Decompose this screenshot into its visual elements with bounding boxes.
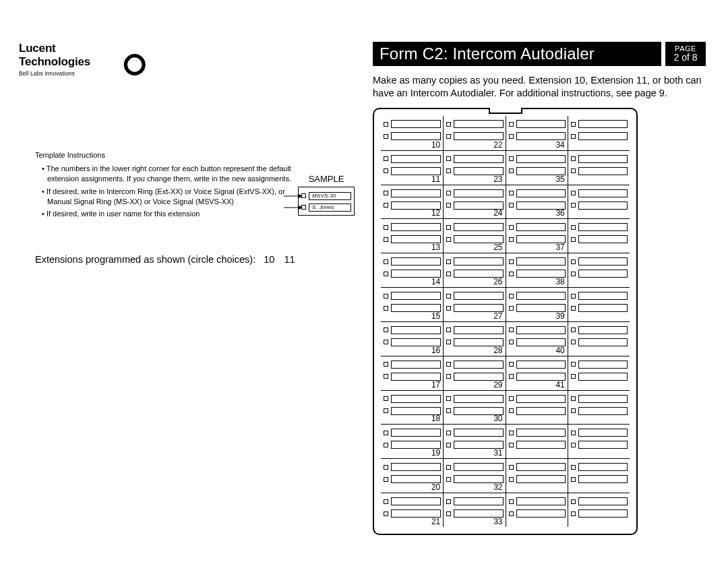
grid-cell[interactable] xyxy=(568,458,630,493)
grid-cell[interactable]: 36 xyxy=(506,185,568,219)
entry-field[interactable] xyxy=(578,132,628,140)
grid-cell[interactable]: 20 xyxy=(381,458,443,493)
entry-field[interactable] xyxy=(578,304,628,312)
entry-field[interactable] xyxy=(454,223,503,231)
grid-cell[interactable] xyxy=(506,424,568,458)
entry-field[interactable] xyxy=(578,292,628,300)
entry-field[interactable] xyxy=(578,223,628,231)
entry-field[interactable] xyxy=(578,167,628,175)
grid-cell[interactable] xyxy=(506,458,568,493)
grid-cell[interactable] xyxy=(568,253,630,287)
entry-field[interactable] xyxy=(516,463,566,471)
entry-field[interactable] xyxy=(391,257,441,266)
grid-cell[interactable]: 15 xyxy=(381,287,443,321)
entry-field[interactable] xyxy=(578,120,628,128)
grid-cell[interactable] xyxy=(568,390,630,425)
grid-cell[interactable]: 28 xyxy=(443,321,505,356)
grid-cell[interactable]: 16 xyxy=(381,321,443,356)
grid-cell[interactable] xyxy=(568,493,630,527)
entry-field[interactable] xyxy=(578,441,628,449)
grid-cell[interactable] xyxy=(506,390,568,425)
entry-field[interactable] xyxy=(516,475,566,483)
entry-field[interactable] xyxy=(516,120,566,128)
entry-field[interactable] xyxy=(578,395,628,403)
grid-cell[interactable] xyxy=(568,185,630,219)
grid-cell[interactable]: 32 xyxy=(443,458,505,493)
grid-cell[interactable] xyxy=(568,116,630,150)
entry-field[interactable] xyxy=(391,223,441,231)
entry-field[interactable] xyxy=(578,463,628,471)
entry-field[interactable] xyxy=(578,429,628,437)
entry-field[interactable] xyxy=(391,132,441,140)
entry-field[interactable] xyxy=(578,235,628,243)
entry-field[interactable] xyxy=(516,223,566,231)
ext-choice[interactable]: 11 xyxy=(284,254,295,265)
entry-field[interactable] xyxy=(516,407,566,415)
grid-cell[interactable]: 38 xyxy=(506,253,568,287)
grid-cell[interactable]: 19 xyxy=(381,424,443,458)
grid-cell[interactable]: 33 xyxy=(443,493,505,527)
entry-field[interactable] xyxy=(454,120,503,128)
entry-field[interactable] xyxy=(516,326,566,334)
entry-field[interactable] xyxy=(391,395,441,403)
entry-field[interactable] xyxy=(578,326,628,334)
entry-field[interactable] xyxy=(578,407,628,415)
entry-field[interactable] xyxy=(578,257,628,266)
entry-field[interactable] xyxy=(516,395,566,403)
grid-cell[interactable]: 23 xyxy=(443,150,505,185)
entry-field[interactable] xyxy=(516,497,566,505)
entry-field[interactable] xyxy=(578,189,628,197)
entry-field[interactable] xyxy=(454,132,503,140)
entry-field[interactable] xyxy=(578,497,628,505)
grid-cell[interactable]: 22 xyxy=(443,116,505,150)
grid-cell[interactable] xyxy=(568,321,630,356)
entry-field[interactable] xyxy=(454,326,503,334)
grid-cell[interactable]: 41 xyxy=(506,356,568,390)
grid-cell[interactable] xyxy=(506,493,568,527)
entry-field[interactable] xyxy=(454,497,503,505)
entry-field[interactable] xyxy=(516,257,566,266)
grid-cell[interactable]: 24 xyxy=(443,185,505,219)
grid-cell[interactable]: 29 xyxy=(443,356,505,390)
grid-cell[interactable]: 37 xyxy=(506,218,568,253)
entry-field[interactable] xyxy=(454,429,503,437)
grid-cell[interactable]: 25 xyxy=(443,218,505,253)
entry-field[interactable] xyxy=(454,292,503,300)
grid-cell[interactable]: 12 xyxy=(381,185,443,219)
entry-field[interactable] xyxy=(578,201,628,210)
entry-field[interactable] xyxy=(516,292,566,300)
entry-field[interactable] xyxy=(391,292,441,300)
entry-field[interactable] xyxy=(391,429,441,437)
entry-field[interactable] xyxy=(391,120,441,128)
entry-field[interactable] xyxy=(578,509,628,518)
grid-cell[interactable] xyxy=(568,287,630,321)
entry-field[interactable] xyxy=(578,475,628,483)
entry-field[interactable] xyxy=(516,429,566,437)
entry-field[interactable] xyxy=(578,338,628,346)
grid-cell[interactable]: 34 xyxy=(506,116,568,150)
grid-cell[interactable]: 14 xyxy=(381,253,443,287)
entry-field[interactable] xyxy=(454,257,503,266)
entry-field[interactable] xyxy=(391,326,441,334)
grid-cell[interactable]: 26 xyxy=(443,253,505,287)
grid-cell[interactable]: 18 xyxy=(381,390,443,425)
grid-cell[interactable]: 11 xyxy=(381,150,443,185)
entry-field[interactable] xyxy=(578,270,628,278)
entry-field[interactable] xyxy=(516,132,566,140)
entry-field[interactable] xyxy=(391,497,441,505)
grid-cell[interactable]: 13 xyxy=(381,218,443,253)
entry-field[interactable] xyxy=(454,361,503,369)
entry-field[interactable] xyxy=(391,361,441,369)
entry-field[interactable] xyxy=(516,189,566,197)
entry-field[interactable] xyxy=(454,189,503,197)
grid-cell[interactable]: 31 xyxy=(443,424,505,458)
entry-field[interactable] xyxy=(391,463,441,471)
grid-cell[interactable]: 10 xyxy=(381,116,443,150)
grid-cell[interactable] xyxy=(568,424,630,458)
entry-field[interactable] xyxy=(516,441,566,449)
grid-cell[interactable]: 17 xyxy=(381,356,443,390)
grid-cell[interactable]: 30 xyxy=(443,390,505,425)
grid-cell[interactable]: 27 xyxy=(443,287,505,321)
entry-field[interactable] xyxy=(516,361,566,369)
grid-cell[interactable] xyxy=(568,218,630,253)
